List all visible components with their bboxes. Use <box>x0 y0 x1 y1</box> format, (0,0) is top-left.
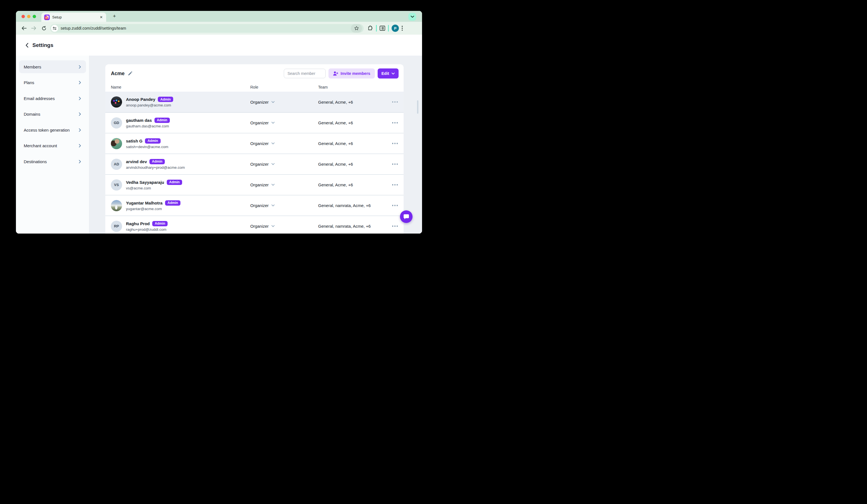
url-text: setup.zuddl.com/zuddl/settings/team <box>61 26 351 31</box>
bookmark-button[interactable] <box>351 24 362 33</box>
member-role-dropdown[interactable]: Organizer <box>250 141 318 146</box>
member-team-cell: General, Acme, +6 <box>318 182 398 187</box>
settings-sidebar: Members Plans Email addresses Domains Ac… <box>16 56 89 234</box>
org-title-group: Acme <box>111 71 132 77</box>
chevron-right-icon <box>79 112 81 116</box>
tab-setup[interactable]: 10 Setup ✕ <box>41 13 106 22</box>
sidebar-item-label: Domains <box>24 112 79 117</box>
sidebar-item-label: Email addresses <box>24 96 79 101</box>
member-name: gautham das <box>126 118 152 123</box>
browser-window: 10 Setup ✕ + <box>16 11 422 234</box>
extensions-button[interactable] <box>367 25 373 31</box>
row-menu-button[interactable] <box>392 184 398 185</box>
member-row: Anoop Pandey Admin anoop.pandey@acme.com… <box>105 92 404 112</box>
member-email: satish+devin@acme.com <box>126 145 168 149</box>
chevron-down-icon <box>271 163 275 165</box>
member-identity: Yugantar Malhotra Admin yugantar@acme.co… <box>126 200 180 211</box>
card-header: Acme <box>105 64 404 83</box>
admin-badge: Admin <box>165 200 180 206</box>
chevron-right-icon <box>79 65 81 69</box>
sidebar-item-domains[interactable]: Domains <box>19 108 86 121</box>
browser-menu-button[interactable] <box>402 26 403 31</box>
edit-pencil-icon[interactable] <box>128 71 132 76</box>
back-chevron-icon[interactable] <box>25 43 29 48</box>
close-window-button[interactable] <box>22 15 25 18</box>
tab-strip: 10 Setup ✕ + <box>16 11 422 22</box>
member-email: raghu+prod@zuddl.com <box>126 227 168 232</box>
row-menu-button[interactable] <box>392 143 398 144</box>
tab-close-icon[interactable]: ✕ <box>99 15 103 19</box>
row-menu-button[interactable] <box>392 205 398 206</box>
member-name: satish G <box>126 139 142 143</box>
sidebar-item-label: Destinations <box>24 159 79 164</box>
table-header: Name Role Team <box>105 83 404 92</box>
column-header-role: Role <box>250 85 318 89</box>
search-member-input[interactable] <box>284 69 326 78</box>
member-email: arvindchoudhary+prod@acme.com <box>126 165 185 170</box>
chevron-down-icon <box>271 225 275 227</box>
member-name-cell: RP Raghu Prod Admin raghu+prod@zuddl.com <box>111 221 250 232</box>
member-role-dropdown[interactable]: Organizer <box>250 182 318 187</box>
sidebar-item-email-addresses[interactable]: Email addresses <box>19 92 86 105</box>
member-team: General, Acme, +6 <box>318 141 353 146</box>
invite-members-button[interactable]: Invite members <box>329 68 375 78</box>
sidebar-item-label: Access token generation <box>24 128 79 132</box>
invite-members-label: Invite members <box>341 71 370 76</box>
member-avatar: RP <box>111 221 122 232</box>
member-avatar: GD <box>111 117 122 129</box>
member-role-dropdown[interactable]: Organizer <box>250 224 318 228</box>
sidebar-item-access-token-generation[interactable]: Access token generation <box>19 124 86 136</box>
back-icon <box>21 26 26 31</box>
member-team: General, Acme, +6 <box>318 120 353 125</box>
chevron-down-icon <box>271 184 275 186</box>
row-menu-button[interactable] <box>392 163 398 165</box>
site-info-icon[interactable] <box>51 25 58 32</box>
toolbar-right: P <box>367 24 403 32</box>
sidebar-item-plans[interactable]: Plans <box>19 76 86 89</box>
row-menu-button[interactable] <box>392 122 398 124</box>
window-controls <box>22 15 36 18</box>
star-icon <box>354 26 359 31</box>
member-team: General, namrata, Acme, +6 <box>318 224 371 228</box>
sidebar-item-destinations[interactable]: Destinations <box>19 155 86 168</box>
sidebar-item-label: Members <box>24 65 79 69</box>
chevron-down-icon <box>392 73 395 75</box>
side-panel-button[interactable] <box>379 26 385 31</box>
edit-button-label: Edit <box>382 71 389 76</box>
toolbar-divider <box>376 25 377 32</box>
member-role-dropdown[interactable]: Organizer <box>250 100 318 105</box>
member-team: General, namrata, Acme, +6 <box>318 203 371 208</box>
member-role-dropdown[interactable]: Organizer <box>250 203 318 208</box>
row-menu-button[interactable] <box>392 225 398 227</box>
member-role-dropdown[interactable]: Organizer <box>250 120 318 125</box>
new-tab-button[interactable]: + <box>113 13 116 19</box>
forward-button[interactable] <box>30 26 38 31</box>
address-bar[interactable]: setup.zuddl.com/zuddl/settings/team <box>50 24 364 33</box>
member-name-cell: Yugantar Malhotra Admin yugantar@acme.co… <box>111 200 250 211</box>
scrollbar-thumb[interactable] <box>417 100 418 114</box>
chat-fab-button[interactable] <box>400 210 413 223</box>
zoom-window-button[interactable] <box>33 15 36 18</box>
member-role: Organizer <box>250 162 269 167</box>
tab-search-button[interactable] <box>408 13 416 21</box>
zuddl-favicon: 10 <box>44 14 50 20</box>
profile-avatar[interactable]: P <box>392 24 399 32</box>
card-controls: Invite members Edit <box>284 68 399 78</box>
minimize-window-button[interactable] <box>27 15 30 18</box>
member-team: General, Acme, +6 <box>318 162 353 167</box>
member-identity: arvind dev Admin arvindchoudhary+prod@ac… <box>126 159 185 170</box>
member-team-cell: General, namrata, Acme, +6 <box>318 203 398 208</box>
row-menu-button[interactable] <box>392 101 398 103</box>
member-role-dropdown[interactable]: Organizer <box>250 162 318 167</box>
tab-title: Setup <box>52 15 97 19</box>
sidebar-item-merchant-account[interactable]: Merchant account <box>19 139 86 152</box>
member-row: satish G Admin satish+devin@acme.com Org… <box>105 133 404 154</box>
forward-icon <box>31 26 36 31</box>
member-avatar: VS <box>111 179 122 191</box>
edit-button[interactable]: Edit <box>378 68 399 78</box>
reload-button[interactable] <box>40 26 48 31</box>
back-button[interactable] <box>20 26 28 31</box>
sidebar-item-members[interactable]: Members <box>19 60 86 73</box>
org-name: Acme <box>111 71 125 77</box>
extensions-icon <box>367 25 373 31</box>
